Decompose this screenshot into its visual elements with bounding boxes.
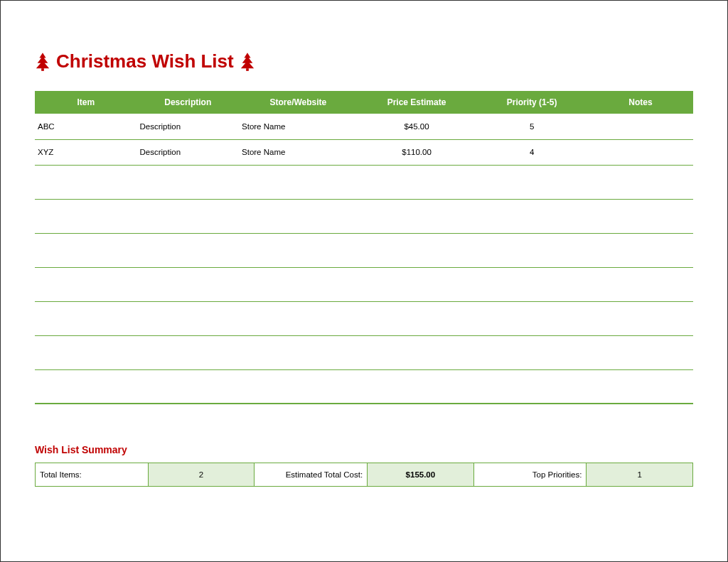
cell-empty (239, 301, 358, 335)
christmas-tree-icon (240, 53, 255, 71)
cell-item: XYZ (35, 139, 137, 165)
cell-empty (358, 369, 476, 404)
cell-empty (476, 369, 587, 404)
cell-price: $45.00 (358, 114, 476, 139)
summary-table: Total Items: 2 Estimated Total Cost: $15… (35, 463, 693, 487)
cell-empty (137, 369, 240, 404)
table-row (35, 233, 693, 267)
cell-empty (358, 301, 476, 335)
cell-empty (239, 233, 358, 267)
cell-store: Store Name (239, 139, 358, 165)
cell-empty (35, 233, 137, 267)
cell-empty (588, 267, 693, 301)
table-row (35, 369, 693, 404)
cell-empty (239, 165, 358, 199)
document-page: Christmas Wish List Item Description Sto… (0, 0, 728, 562)
cell-empty (239, 369, 358, 404)
summary-est-cost-label: Estimated Total Cost: (255, 463, 368, 487)
document-content: Christmas Wish List Item Description Sto… (1, 1, 727, 487)
table-row (35, 199, 693, 233)
cell-empty (137, 335, 240, 369)
cell-store: Store Name (239, 114, 358, 139)
summary-total-items-label: Total Items: (36, 463, 149, 487)
svg-rect-3 (246, 68, 249, 71)
cell-empty (137, 267, 240, 301)
table-row (35, 335, 693, 369)
cell-empty (358, 199, 476, 233)
cell-priority: 5 (476, 114, 587, 139)
col-header-notes: Notes (588, 91, 693, 114)
cell-empty (137, 301, 240, 335)
cell-empty (137, 233, 240, 267)
table-row: XYZDescriptionStore Name$110.004 (35, 139, 693, 165)
cell-empty (35, 267, 137, 301)
title-row: Christmas Wish List (35, 50, 693, 72)
cell-empty (35, 165, 137, 199)
cell-empty (476, 165, 587, 199)
wish-list-table: Item Description Store/Website Price Est… (35, 91, 693, 404)
table-row (35, 267, 693, 301)
cell-empty (476, 233, 587, 267)
svg-marker-2 (241, 53, 254, 68)
table-row (35, 301, 693, 335)
cell-empty (588, 335, 693, 369)
cell-empty (358, 267, 476, 301)
cell-empty (588, 199, 693, 233)
summary-row: Total Items: 2 Estimated Total Cost: $15… (36, 463, 693, 487)
cell-empty (588, 233, 693, 267)
cell-empty (358, 233, 476, 267)
cell-notes (588, 139, 693, 165)
cell-description: Description (137, 139, 240, 165)
cell-empty (476, 267, 587, 301)
cell-item: ABC (35, 114, 137, 139)
cell-empty (239, 335, 358, 369)
col-header-price: Price Estimate (358, 91, 476, 114)
col-header-store: Store/Website (239, 91, 358, 114)
summary-title: Wish List Summary (35, 444, 693, 455)
cell-empty (358, 165, 476, 199)
cell-empty (588, 165, 693, 199)
table-row: ABCDescriptionStore Name$45.005 (35, 114, 693, 139)
cell-empty (476, 199, 587, 233)
page-title: Christmas Wish List (56, 50, 234, 72)
cell-empty (35, 369, 137, 404)
cell-empty (137, 199, 240, 233)
cell-price: $110.00 (358, 139, 476, 165)
wish-list-body: ABCDescriptionStore Name$45.005XYZDescri… (35, 114, 693, 404)
summary-top-prio-value: 1 (587, 463, 693, 487)
cell-empty (239, 199, 358, 233)
cell-empty (137, 165, 240, 199)
cell-empty (35, 199, 137, 233)
svg-marker-0 (36, 53, 49, 68)
svg-rect-1 (41, 68, 44, 71)
table-header-row: Item Description Store/Website Price Est… (35, 91, 693, 114)
cell-empty (358, 335, 476, 369)
cell-notes (588, 114, 693, 139)
cell-priority: 4 (476, 139, 587, 165)
summary-est-cost-value: $155.00 (368, 463, 473, 487)
christmas-tree-icon (35, 53, 50, 71)
cell-empty (239, 267, 358, 301)
col-header-description: Description (137, 91, 240, 114)
cell-empty (476, 335, 587, 369)
summary-top-prio-label: Top Priorities: (473, 463, 587, 487)
cell-empty (476, 301, 587, 335)
col-header-item: Item (35, 91, 137, 114)
cell-description: Description (137, 114, 240, 139)
cell-empty (35, 335, 137, 369)
cell-empty (588, 369, 693, 404)
cell-empty (588, 301, 693, 335)
col-header-priority: Priority (1-5) (476, 91, 587, 114)
summary-total-items-value: 2 (148, 463, 254, 487)
table-row (35, 165, 693, 199)
cell-empty (35, 301, 137, 335)
